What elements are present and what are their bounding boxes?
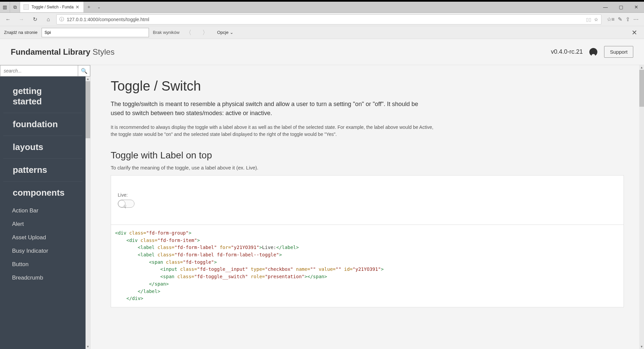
sidebar-sub-breadcrumb[interactable]: Breadcrumb (0, 271, 86, 285)
sidebar-search-button[interactable]: 🔍 (78, 65, 90, 76)
content-scrollbar[interactable]: ▲ ▼ (639, 65, 644, 349)
section-desc: To clarify the meaning of the toggle, us… (111, 165, 624, 170)
tab-aside-icon[interactable]: ⧉ (10, 2, 20, 12)
scrollbar-thumb[interactable] (639, 70, 644, 107)
search-icon: 🔍 (81, 68, 88, 74)
tab-bar: ▥ ⧉ Toggle / Switch - Funda ✕ ＋ ⌄ — ▢ ✕ (0, 2, 644, 13)
scroll-up-icon[interactable]: ▲ (639, 65, 644, 70)
page-title: Toggle / Switch (111, 79, 624, 94)
tab-actions-icon[interactable]: ▥ (0, 2, 10, 12)
sidebar-item-getting-started[interactable]: getting started (3, 80, 82, 113)
main-content: Toggle / Switch The toggle/switch is mea… (91, 65, 644, 349)
url-text: 127.0.0.1:4000/components/toggle.html (67, 17, 583, 22)
support-button[interactable]: Support (604, 46, 633, 58)
sidebar-search-input[interactable] (0, 65, 78, 76)
window-maximize-button[interactable]: ▢ (613, 2, 629, 12)
toggle-knob (118, 200, 125, 207)
page-header: Fundamental Library Styles v0.4.0-rc.21 … (0, 39, 644, 65)
find-close-button[interactable]: ✕ (629, 29, 640, 37)
nav-home-button[interactable]: ⌂ (43, 14, 54, 25)
window-minimize-button[interactable]: — (598, 2, 613, 12)
window-close-button[interactable]: ✕ (629, 2, 644, 12)
sidebar-scrollbar[interactable]: ▲ ▼ (86, 77, 90, 349)
sidebar-sub-action-bar[interactable]: Action Bar (0, 204, 86, 217)
find-next-button[interactable]: 〉 (200, 29, 210, 37)
code-example: <div class="fd-form-group"> <div class="… (111, 225, 624, 307)
sidebar-sub-asset-upload[interactable]: Asset Upload (0, 231, 86, 244)
sidebar: 🔍 getting started foundation layouts pat… (0, 65, 91, 349)
scroll-down-icon[interactable]: ▼ (639, 344, 644, 349)
page-favicon-icon (23, 4, 29, 10)
toggle-switch[interactable]: ☟ (118, 200, 135, 208)
sidebar-item-components[interactable]: components (3, 182, 82, 204)
nav-refresh-button[interactable]: ↻ (30, 14, 40, 25)
address-field[interactable]: ⓘ 127.0.0.1:4000/components/toggle.html … (56, 14, 601, 24)
site-info-icon[interactable]: ⓘ (59, 16, 64, 22)
find-options-button[interactable]: Opcje ⌄ (217, 30, 233, 35)
notes-icon[interactable]: ✎ (618, 16, 622, 22)
find-input[interactable] (42, 28, 149, 37)
section-title: Toggle with Label on top (111, 150, 624, 161)
address-bar: ← → ↻ ⌂ ⓘ 127.0.0.1:4000/components/togg… (0, 13, 644, 26)
scroll-up-icon[interactable]: ▲ (86, 77, 90, 81)
brand-title[interactable]: Fundamental Library Styles (11, 47, 114, 57)
sidebar-item-foundation[interactable]: foundation (3, 113, 82, 136)
more-icon[interactable]: ⋯ (633, 16, 639, 22)
share-icon[interactable]: ⇪ (626, 16, 630, 22)
find-result: Brak wyników (153, 30, 179, 35)
find-bar: Znajdź na stronie Brak wyników 〈 〉 Opcje… (0, 26, 644, 39)
reading-view-icon[interactable]: ▯▯ (586, 17, 591, 22)
new-tab-button[interactable]: ＋ (84, 2, 94, 12)
sidebar-sub-button[interactable]: Button (0, 258, 86, 271)
sidebar-sub-busy-indicator[interactable]: Busy Indicator (0, 244, 86, 258)
example-label: Live: (118, 192, 617, 198)
browser-tab[interactable]: Toggle / Switch - Funda ✕ (20, 2, 84, 12)
nav-forward-button[interactable]: → (16, 14, 27, 25)
intro-text: The toggle/switch is meant to resemble a… (111, 100, 433, 118)
favorite-icon[interactable]: ☆ (594, 17, 598, 22)
sidebar-item-layouts[interactable]: layouts (3, 136, 82, 159)
nav-back-button[interactable]: ← (3, 14, 13, 25)
find-label: Znajdź na stronie (4, 30, 38, 35)
chevron-down-icon: ⌄ (230, 30, 233, 35)
github-icon[interactable] (589, 48, 597, 56)
tabs-dropdown-icon[interactable]: ⌄ (94, 2, 104, 12)
favorites-hub-icon[interactable]: ☆≡ (607, 16, 614, 22)
sidebar-sub-alert[interactable]: Alert (0, 217, 86, 231)
scroll-down-icon[interactable]: ▼ (86, 344, 90, 349)
version-label: v0.4.0-rc.21 (551, 48, 583, 55)
detail-text: It is recommended to always display the … (111, 124, 439, 138)
tab-close-icon[interactable]: ✕ (75, 4, 80, 10)
scrollbar-thumb[interactable] (86, 81, 90, 138)
find-prev-button[interactable]: 〈 (183, 29, 194, 37)
tab-title: Toggle / Switch - Funda (32, 5, 75, 9)
example-preview: Live: ☟ (111, 175, 624, 225)
sidebar-item-patterns[interactable]: patterns (3, 159, 82, 182)
